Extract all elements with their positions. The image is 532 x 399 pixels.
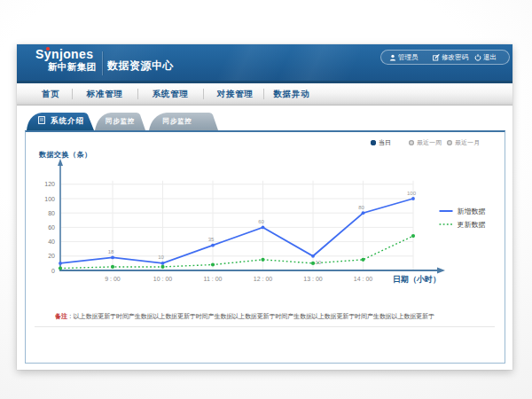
chart-x-axis-title: 日期（小时） <box>393 275 441 284</box>
edit-icon-shape <box>435 54 440 58</box>
legend-label[interactable]: 更新数据 <box>458 221 486 229</box>
change-password-label: 修改密码 <box>442 53 468 62</box>
change-password-button[interactable]: 修改密码 <box>433 51 468 64</box>
user-icon-shape <box>391 54 394 57</box>
data-point <box>411 234 415 238</box>
data-point-label: 10 <box>158 254 164 260</box>
data-point-label: 60 <box>258 219 264 224</box>
y-tick-label: 100 <box>44 196 55 202</box>
data-point <box>111 265 114 269</box>
y-tick-label: 60 <box>48 224 55 231</box>
data-point <box>361 258 364 262</box>
logo-accent-dot <box>46 47 50 51</box>
screenshot-stage: Synjones 新中新集团 数据资源中心 管理员 修改密码 退出 <box>0 0 532 399</box>
edit-icon <box>433 54 440 61</box>
footnote: 备注：以上数据更新于时间产生数据以上数据更新于时间产生数据以上数据更新于时间产生… <box>55 312 489 321</box>
data-point <box>211 262 215 266</box>
logout-button[interactable]: 退出 <box>474 51 497 64</box>
brand-logo-text: Synjones <box>35 48 97 60</box>
power-icon <box>474 54 481 61</box>
content-panel: 当日 最近一周 最近一月 数据交换（条） 0204060801001209 : … <box>25 130 505 364</box>
y-axis-arrow-icon <box>58 159 63 166</box>
nav-item-data-change[interactable]: 数据异动 <box>273 83 309 105</box>
footnote-prefix: 备注 <box>55 313 67 319</box>
y-tick-label: 80 <box>48 210 55 216</box>
x-axis-arrow-icon <box>437 268 445 274</box>
tab-label: 同步监控 <box>149 117 218 126</box>
data-point-label: 100 <box>407 191 417 196</box>
tab-sync-monitor-1[interactable]: 同步监控 <box>95 113 145 130</box>
footnote-divider <box>35 326 495 327</box>
brand-logo[interactable]: Synjones 新中新集团 <box>35 48 97 72</box>
data-point <box>262 226 265 230</box>
brand-logo-word: Synjones <box>35 47 93 61</box>
app-title: 数据资源中心 <box>107 59 174 74</box>
user-toolbar: 管理员 修改密码 退出 <box>380 50 510 65</box>
site-page: Synjones 新中新集团 数据资源中心 管理员 修改密码 退出 <box>17 44 512 370</box>
x-tick-label: 13 : 00 <box>303 276 323 282</box>
x-tick-label: 11 : 00 <box>204 276 223 282</box>
tab-system-intro[interactable]: 系统介绍 <box>27 113 94 130</box>
data-point-label: 10 <box>316 260 322 265</box>
y-tick-label: 20 <box>48 253 55 259</box>
nav-separator <box>203 89 204 99</box>
data-point <box>311 262 315 265</box>
user-icon <box>389 54 396 61</box>
data-point <box>261 258 264 262</box>
footnote-body: ：以上数据更新于时间产生数据以上数据更新于时间产生数据以上数据更新于时间产生数据… <box>67 313 434 319</box>
nav-item-system-mgmt[interactable]: 系统管理 <box>152 83 188 105</box>
tab-label: 同步监控 <box>95 117 145 126</box>
line-chart: 0204060801001209 : 0010 : 0011 : 0012 : … <box>26 132 505 362</box>
data-point <box>311 254 315 258</box>
current-user-button[interactable]: 管理员 <box>389 51 419 64</box>
nav-item-standard-mgmt[interactable]: 标准管理 <box>86 83 122 105</box>
x-tick-label: 14 : 00 <box>354 276 373 282</box>
data-point-label: 18 <box>108 249 114 254</box>
y-tick-label: 120 <box>44 181 55 187</box>
x-tick-label: 12 : 00 <box>254 276 273 282</box>
nav-separator <box>72 89 73 99</box>
header-divider <box>102 51 103 75</box>
data-point <box>211 244 215 247</box>
data-point <box>160 265 164 269</box>
x-tick-label: 9 : 00 <box>105 276 121 282</box>
brand-logo-subtext: 新中新集团 <box>48 61 97 72</box>
data-point-label: 35 <box>208 237 215 242</box>
data-point <box>59 262 62 265</box>
tab-sync-monitor-2[interactable]: 同步监控 <box>149 113 218 130</box>
site-header: Synjones 新中新集团 数据资源中心 管理员 修改密码 退出 <box>17 44 512 83</box>
nav-item-integration-mgmt[interactable]: 对接管理 <box>216 83 253 105</box>
current-user-label: 管理员 <box>398 53 419 62</box>
data-point <box>111 256 114 260</box>
data-point <box>362 211 365 215</box>
nav-item-home[interactable]: 首页 <box>42 83 60 105</box>
x-tick-label: 10 : 00 <box>153 276 173 282</box>
nav-separator <box>263 89 264 99</box>
data-point-label: 80 <box>358 205 364 210</box>
y-tick-label: 0 <box>51 268 55 274</box>
y-tick-label: 40 <box>48 239 55 245</box>
data-point <box>59 266 62 270</box>
data-point <box>411 197 415 200</box>
user-icon-shape <box>390 59 395 60</box>
system-icon <box>38 116 45 124</box>
legend-label[interactable]: 新增数据 <box>458 207 486 215</box>
main-nav: 首页 标准管理 系统管理 对接管理 数据异动 <box>17 83 512 106</box>
system-icon-shape <box>39 117 45 124</box>
tab-label: 系统介绍 <box>51 116 84 127</box>
logout-label: 退出 <box>483 53 497 62</box>
data-point <box>161 262 165 265</box>
nav-separator <box>137 89 138 99</box>
